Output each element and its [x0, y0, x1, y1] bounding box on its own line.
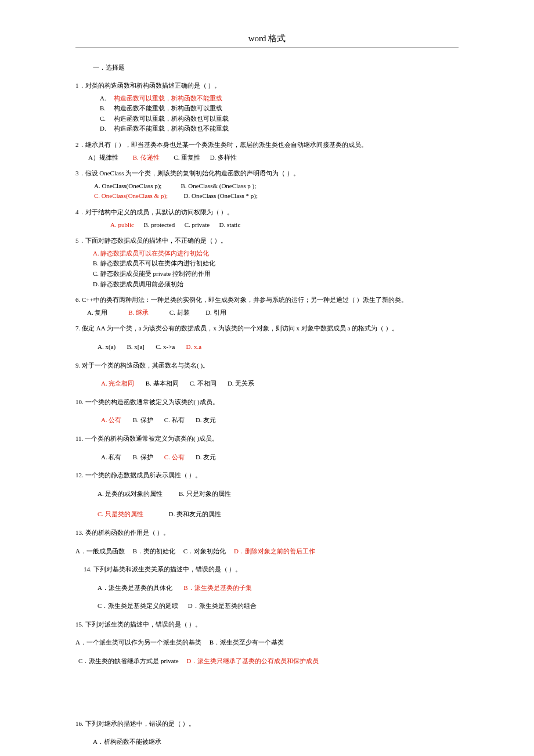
q6-opt-d: D. 引用 — [205, 309, 226, 316]
q10-opt-d: D. 友元 — [196, 416, 216, 423]
q2-opt-d: D. 多样性 — [210, 154, 237, 161]
q11-stem: 11. 一个类的析构函数通常被定义为该类的( )成员。 — [75, 434, 459, 444]
q6-options: A. 复用 B. 继承 C. 封装 D. 引用 — [75, 308, 459, 318]
q5-opt-d: D. 静态数据成员调用前必须初始 — [93, 279, 459, 290]
q15-row1: A．一个派生类可以作为另一个派生类的基类 B．派生类至少有一个基类 — [75, 638, 459, 648]
q13-opt-b: B．类的初始化 — [133, 548, 175, 555]
q11-options: A. 私有 B. 保护 C. 公有 D. 友元 — [75, 452, 459, 463]
q15-row2: C．派生类的缺省继承方式是 private D．派生类只继承了基类的公有成员和保… — [75, 656, 459, 667]
q12-opt-c: C. 只是类的属性 — [98, 510, 143, 517]
q7-stem: 7. 假定 AA 为一个类，a 为该类公有的数据成员，x 为该类的一个对象，则访… — [75, 323, 459, 334]
q7-opt-c: C. x->a — [156, 343, 175, 350]
q9-opt-b: B. 基本相同 — [146, 380, 179, 387]
question-12: 12. 一个类的静态数据成员所表示属性（ ）。 A. 是类的或对象的属性 B. … — [75, 470, 459, 520]
q9-opt-d: D. 无关系 — [228, 380, 254, 387]
question-16: 16. 下列对继承的描述中，错误的是（ ）。 A．析构函数不能被继承 B．派生类… — [75, 719, 459, 756]
question-3: 3．假设 OneClass 为一个类，则该类的复制初始化构造函数的声明语句为（ … — [75, 168, 459, 201]
question-6: 6. C++中的类有两种用法：一种是类的实例化，即生成类对象，并参与系统的运行；… — [75, 295, 459, 318]
q3-opt-d: D. OneClass (OneClass * p); — [184, 192, 258, 199]
q9-options: A. 完全相同 B. 基本相同 C. 不相同 D. 无关系 — [75, 379, 459, 389]
q15-opt-c: C．派生类的缺省继承方式是 private — [78, 657, 179, 664]
q7-options: A. x(a) B. x[a] C. x->a D. x.a — [75, 342, 459, 352]
question-10: 10. 一个类的构造函数通常被定义为该类的( )成员。 A. 公有 B. 保护 … — [75, 397, 459, 426]
q3-row2: C. OneClass(OneClass & p); D. OneClass (… — [94, 191, 459, 201]
q4-options: A. public B. protected C. private D. sta… — [75, 220, 459, 231]
q6-opt-c: C. 封装 — [169, 309, 190, 316]
q14-opt-b: B．派生类是基类的子集 — [183, 584, 251, 591]
q15-stem: 15. 下列对派生类的描述中，错误的是（ ）。 — [75, 620, 459, 630]
q13-options: A．一般成员函数 B．类的初始化 C．对象初始化 D．删除对象之前的善后工作 — [75, 546, 459, 557]
q6-opt-a: A. 复用 — [87, 309, 107, 316]
q3-opt-a: A. OneClass(OneClass p); — [94, 182, 161, 189]
q11-opt-b: B. 保护 — [133, 453, 153, 460]
q10-opt-a: A. 公有 — [101, 416, 121, 423]
q12-opt-d: D. 类和友元的属性 — [169, 510, 221, 517]
q15-opt-b: B．派生类至少有一个基类 — [210, 639, 284, 646]
q2-options-row: A）规律性 B. 传递性 C. 重复性 D. 多样性 — [75, 153, 459, 163]
q6-stem: 6. C++中的类有两种用法：一种是类的实例化，即生成类对象，并参与系统的运行；… — [75, 295, 459, 305]
q5-opt-a: A. 静态数据成员可以在类体内进行初始化 — [93, 249, 459, 259]
q14-opt-d: D．派生类是基类的组合 — [188, 602, 257, 609]
q12-opt-b: B. 只是对象的属性 — [179, 490, 231, 497]
q13-opt-d: D．删除对象之前的善后工作 — [234, 548, 315, 555]
q14-stem: 14. 下列对基类和派生类关系的描述中，错误的是（ ）。 — [75, 564, 459, 575]
q12-row2: C. 只是类的属性 D. 类和友元的属性 — [75, 509, 459, 520]
header-underline — [75, 48, 459, 48]
q3-opt-b: B. OneClass& (OneClass p ); — [181, 182, 256, 189]
q1-opt-a: A. 构造函数可以重载，析构函数不能重载 — [100, 93, 459, 104]
q9-opt-a: A. 完全相同 — [101, 380, 134, 387]
q5-opt-b: B. 静态数据成员不可以在类体内进行初始化 — [93, 258, 459, 269]
q15-opt-d: D．派生类只继承了基类的公有成员和保护成员 — [186, 657, 319, 664]
question-4: 4．对于结构中定义的成员，其默认的访问权限为（ ）。 A. public B. … — [75, 207, 459, 230]
q10-stem: 10. 一个类的构造函数通常被定义为该类的( )成员。 — [75, 397, 459, 408]
q14-opt-a: A．派生类是基类的具体化 — [98, 584, 172, 591]
question-11: 11. 一个类的析构函数通常被定义为该类的( )成员。 A. 私有 B. 保护 … — [75, 434, 459, 462]
question-1: 1．对类的构造函数和析构函数描述正确的是（ ）。 A. 构造函数可以重载，析构函… — [75, 81, 459, 134]
q1-stem: 1．对类的构造函数和析构函数描述正确的是（ ）。 — [75, 81, 459, 91]
q1-opt-d: D. 构造函数不能重载，析构函数也不能重载 — [100, 124, 459, 134]
q13-opt-a: A．一般成员函数 — [75, 548, 125, 555]
q2-opt-a: A）规律性 — [88, 154, 118, 161]
q2-stem: 2．继承具有（ ），即当基类本身也是某一个类派生类时，底层的派生类也会自动继承间… — [75, 140, 459, 150]
q10-opt-b: B. 保护 — [133, 416, 153, 423]
question-2: 2．继承具有（ ），即当基类本身也是某一个类派生类时，底层的派生类也会自动继承间… — [75, 140, 459, 163]
q7-opt-b: B. x[a] — [127, 343, 145, 350]
q7-opt-a: A. x(a) — [98, 343, 116, 350]
q4-opt-b: B. protected — [143, 221, 175, 228]
q6-opt-b: B. 继承 — [128, 309, 149, 316]
q2-opt-b: B. 传递性 — [133, 154, 160, 161]
question-5: 5．下面对静态数据成员的描述中，不正确的是（ ）。 A. 静态数据成员可以在类体… — [75, 236, 459, 289]
q4-opt-d: D. static — [219, 221, 241, 228]
q1-opt-c: C. 构造函数可以重载，析构函数也可以重载 — [100, 114, 459, 124]
q3-opt-c: C. OneClass(OneClass & p); — [94, 192, 168, 199]
q4-opt-a: A. public — [110, 221, 134, 228]
q12-row1: A. 是类的或对象的属性 B. 只是对象的属性 — [75, 489, 459, 499]
content-area: 一．选择题 1．对类的构造函数和析构函数描述正确的是（ ）。 A. 构造函数可以… — [75, 63, 459, 757]
q15-opt-a: A．一个派生类可以作为另一个派生类的基类 — [75, 639, 201, 646]
q7-opt-d: D. x.a — [186, 343, 202, 350]
q9-stem: 9. 对于一个类的构造函数，其函数名与类名( )。 — [75, 361, 459, 371]
q10-opt-c: C. 私有 — [164, 416, 185, 423]
question-13: 13. 类的析构函数的作用是（ ）。 A．一般成员函数 B．类的初始化 C．对象… — [75, 528, 459, 556]
question-9: 9. 对于一个类的构造函数，其函数名与类名( )。 A. 完全相同 B. 基本相… — [75, 361, 459, 389]
q14-row1: A．派生类是基类的具体化 B．派生类是基类的子集 — [75, 583, 459, 593]
q4-opt-c: C. private — [185, 221, 210, 228]
question-7: 7. 假定 AA 为一个类，a 为该类公有的数据成员，x 为该类的一个对象，则访… — [75, 323, 459, 352]
q12-opt-a: A. 是类的或对象的属性 — [98, 490, 163, 497]
q3-stem: 3．假设 OneClass 为一个类，则该类的复制初始化构造函数的声明语句为（ … — [75, 168, 459, 179]
page-header: word 格式 — [0, 32, 534, 45]
q14-opt-c: C．派生类是基类定义的延续 — [98, 602, 178, 609]
q13-stem: 13. 类的析构函数的作用是（ ）。 — [75, 528, 459, 538]
section-title: 一．选择题 — [93, 63, 459, 73]
q11-opt-d: D. 友元 — [196, 453, 216, 460]
q14-row2: C．派生类是基类定义的延续 D．派生类是基类的组合 — [75, 601, 459, 611]
q2-opt-c: C. 重复性 — [174, 154, 200, 161]
q5-opt-c: C. 静态数据成员能受 private 控制符的作用 — [93, 269, 459, 279]
q11-opt-c: C. 公有 — [164, 453, 185, 460]
q12-stem: 12. 一个类的静态数据成员所表示属性（ ）。 — [75, 470, 459, 481]
q9-opt-c: C. 不相同 — [190, 380, 217, 387]
question-15: 15. 下列对派生类的描述中，错误的是（ ）。 A．一个派生类可以作为另一个派生… — [75, 620, 459, 667]
q5-stem: 5．下面对静态数据成员的描述中，不正确的是（ ）。 — [75, 236, 459, 246]
q10-options: A. 公有 B. 保护 C. 私有 D. 友元 — [75, 415, 459, 426]
q16-opt-a: A．析构函数不能被继承 — [75, 737, 459, 747]
